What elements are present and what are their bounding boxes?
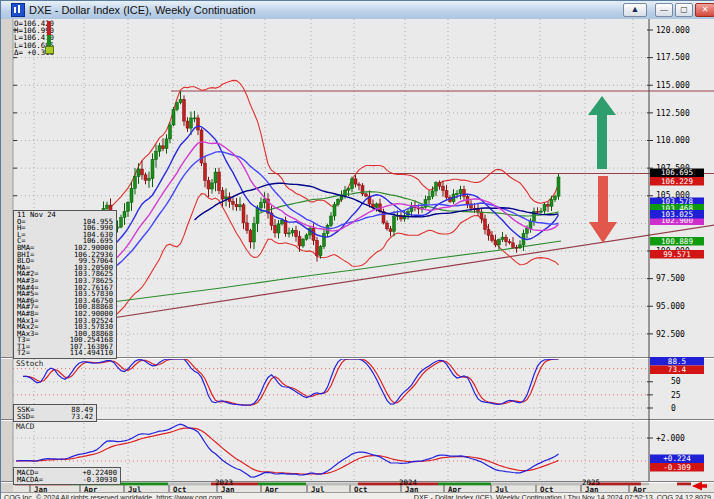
svg-text:117.500: 117.500 [656,53,690,62]
svg-text:120.000: 120.000 [656,26,690,35]
svg-text:Jan: Jan [221,485,234,493]
chart-window: DXE - Dollar Index (ICE), Weekly Continu… [0,0,714,499]
svg-text:Jul: Jul [311,485,324,493]
svg-text:Apr: Apr [265,485,279,493]
macd-panel-label: MACD [16,422,34,431]
svg-text:95.000: 95.000 [656,302,685,311]
current-bar-marker [47,21,51,48]
svg-text:73.4: 73.4 [668,365,687,374]
session-info-text: DXE - Dollar Index (ICE), Weekly Continu… [414,493,711,499]
svg-text:97.500: 97.500 [656,274,685,283]
svg-text:Apr: Apr [448,485,462,493]
svg-text:Jan: Jan [34,485,47,493]
stoch-scale-value-boxes: 88.573.4 [650,357,704,375]
svg-text:+2.000: +2.000 [656,434,685,443]
macd-scale-value-boxes: +0.224-0.309 [650,454,704,472]
svg-text:112.500: 112.500 [656,109,690,118]
stoch-values-box: SSK=88.49SSD=73.42 [13,404,97,422]
svg-text:25: 25 [671,391,681,400]
svg-text:Apr: Apr [84,485,98,493]
copyright-text: CQG Inc. © 2024 All rights reserved worl… [4,493,222,499]
svg-text:Oct: Oct [540,485,553,493]
svg-text:Jan: Jan [405,485,418,493]
svg-text:103.025: 103.025 [661,210,693,219]
svg-text:0: 0 [671,404,676,413]
price-scale-value-boxes: 106.695106.229103.578103.468102.900103.0… [650,168,704,258]
svg-text:Jul: Jul [495,485,508,493]
study-values-box: 11 Nov 24 O=104.955H=106.990L=104.630C=1… [13,210,117,359]
stoch-panel-label: SStoch [16,359,43,368]
svg-text:50: 50 [671,377,681,386]
status-bar: CQG Inc. © 2024 All rights reserved worl… [1,492,714,499]
svg-text:110.000: 110.000 [656,136,690,145]
svg-text:100.889: 100.889 [661,237,693,246]
svg-text:Apr: Apr [633,485,647,493]
svg-text:Jul: Jul [128,485,141,493]
svg-text:106.229: 106.229 [661,177,693,186]
svg-text:Oct: Oct [354,485,367,493]
macd-values-box: MACD=+0.22400MACDA=-0.30930 [13,467,121,485]
svg-text:115.000: 115.000 [656,81,690,90]
svg-text:99.571: 99.571 [663,250,691,259]
svg-text:Oct: Oct [173,485,186,493]
svg-text:Jan: Jan [585,485,598,493]
svg-text:92.500: 92.500 [656,330,685,339]
svg-text:-0.309: -0.309 [663,463,691,472]
